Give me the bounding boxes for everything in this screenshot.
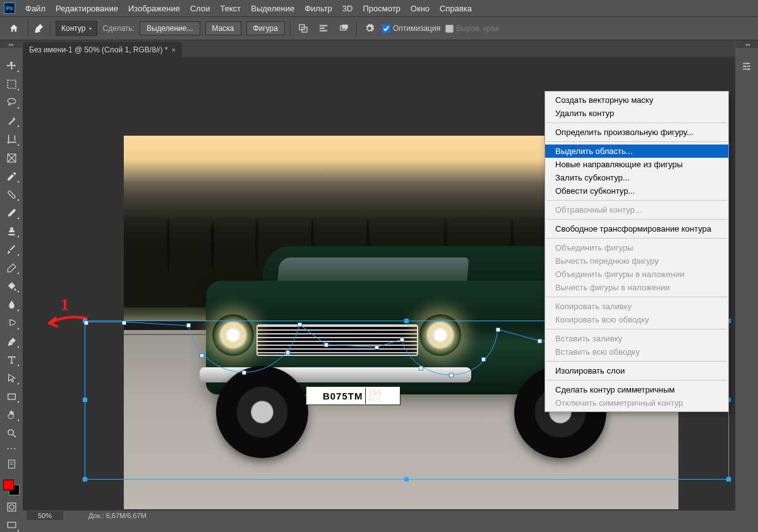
- path-anchor[interactable]: [449, 373, 454, 377]
- tool-healing[interactable]: [3, 188, 20, 201]
- document-tab[interactable]: Без имени-1 @ 50% (Слой 1, RGB/8#) * ×: [23, 42, 182, 57]
- menu-image[interactable]: Изображение: [128, 4, 180, 13]
- tool-frame[interactable]: [3, 151, 20, 165]
- context-menu-separator: [546, 380, 727, 381]
- menu-select[interactable]: Выделение: [251, 4, 294, 13]
- context-menu-item[interactable]: Сделать контур симметричным: [545, 383, 728, 396]
- tool-dodge[interactable]: [3, 317, 20, 330]
- tool-stamp[interactable]: [3, 225, 20, 238]
- menu-filter[interactable]: Фильтр: [304, 4, 332, 13]
- tool-lasso[interactable]: [3, 96, 20, 109]
- dodge-icon: [6, 318, 17, 329]
- menu-3d[interactable]: 3D: [342, 4, 353, 13]
- path-anchor[interactable]: [122, 321, 126, 325]
- svg-rect-2: [320, 25, 327, 27]
- resize-handle-w[interactable]: [83, 398, 87, 402]
- pen-mode-select[interactable]: Контур ▾: [56, 21, 97, 36]
- tool-marquee[interactable]: [3, 78, 20, 91]
- svg-rect-7: [8, 80, 16, 88]
- zoom-level-input[interactable]: 50%: [27, 511, 63, 520]
- tool-wand[interactable]: [3, 114, 20, 127]
- tool-eyedropper[interactable]: [3, 170, 20, 183]
- status-bar: 50% Док.: 6,67M/6,67M: [23, 511, 735, 521]
- make-shape-button[interactable]: Фигура: [246, 21, 285, 35]
- optimize-input[interactable]: [382, 25, 390, 33]
- stamp-icon: [6, 226, 17, 237]
- tool-blur[interactable]: [3, 298, 20, 311]
- resize-handle-n[interactable]: [404, 319, 409, 323]
- optimize-checkbox[interactable]: Оптимизация: [382, 24, 440, 33]
- make-selection-button[interactable]: Выделение...: [140, 21, 200, 35]
- path-anchor[interactable]: [496, 328, 500, 332]
- tool-type[interactable]: [3, 353, 20, 367]
- tool-gradient[interactable]: [3, 280, 20, 293]
- right-panel-toggle[interactable]: ◂◂: [736, 40, 758, 48]
- path-anchor[interactable]: [286, 350, 290, 355]
- tool-quick-mask[interactable]: [3, 500, 20, 514]
- tool-preset[interactable]: [33, 22, 45, 35]
- tool-more[interactable]: [3, 445, 20, 452]
- context-menu-item[interactable]: Новые направляющие из фигуры: [545, 158, 728, 171]
- context-menu-item: Вставить заливку: [545, 332, 728, 345]
- context-menu-item[interactable]: Удалить контур: [545, 107, 728, 120]
- path-arrange-button[interactable]: [336, 21, 351, 35]
- path-anchor[interactable]: [375, 345, 379, 350]
- tool-hand[interactable]: [3, 408, 20, 422]
- tool-rectangle[interactable]: [3, 390, 20, 403]
- context-menu-item[interactable]: Свободное трансформирование контура: [545, 222, 728, 235]
- path-anchor[interactable]: [242, 370, 246, 375]
- foreground-color[interactable]: [3, 480, 14, 490]
- menu-edit[interactable]: Редактирование: [56, 4, 118, 13]
- menu-layers[interactable]: Слои: [190, 4, 210, 13]
- path-anchor[interactable]: [481, 357, 486, 362]
- tool-brush[interactable]: [3, 206, 20, 220]
- menu-view[interactable]: Просмотр: [363, 4, 400, 13]
- tool-screen-mode[interactable]: [3, 519, 20, 532]
- properties-panel-icon[interactable]: [740, 59, 754, 73]
- context-menu-item[interactable]: Определить произвольную фигуру...: [545, 126, 728, 139]
- tool-move[interactable]: [3, 59, 20, 73]
- home-button[interactable]: [5, 20, 23, 37]
- context-menu[interactable]: Создать векторную маскуУдалить контурОпр…: [544, 91, 729, 412]
- path-anchor[interactable]: [200, 353, 204, 358]
- hand-icon: [6, 410, 17, 420]
- eraser-icon: [6, 263, 17, 273]
- tool-history-brush[interactable]: [3, 243, 20, 256]
- path-ops-button[interactable]: [296, 21, 311, 35]
- path-anchor[interactable]: [419, 366, 423, 370]
- gear-button[interactable]: [362, 21, 377, 35]
- context-menu-item[interactable]: Создать векторную маску: [545, 93, 728, 107]
- menu-window[interactable]: Окно: [411, 4, 430, 13]
- make-mask-button[interactable]: Маска: [205, 21, 241, 35]
- doc-info[interactable]: Док.: 6,67M/6,67M: [88, 512, 147, 519]
- resize-handle-s[interactable]: [404, 477, 409, 482]
- context-menu-item: Отключить симметричный контур: [545, 396, 728, 410]
- context-menu-item[interactable]: Залить субконтур...: [545, 171, 728, 184]
- menu-text[interactable]: Текст: [220, 4, 241, 13]
- context-menu-item[interactable]: Изолировать слои: [545, 364, 728, 377]
- menu-file[interactable]: Файл: [25, 4, 45, 13]
- tool-edit-toolbar[interactable]: [3, 458, 20, 471]
- context-menu-separator: [546, 297, 727, 297]
- svg-point-16: [11, 448, 12, 449]
- tool-crop[interactable]: [3, 133, 20, 146]
- context-menu-item[interactable]: Выделить область...: [545, 145, 728, 158]
- context-menu-item: Объединить фигуры: [545, 241, 728, 254]
- path-anchor[interactable]: [186, 323, 191, 328]
- path-anchor[interactable]: [538, 339, 542, 343]
- color-swatches[interactable]: [3, 480, 20, 495]
- path-align-button[interactable]: [316, 21, 331, 35]
- tool-pen[interactable]: [3, 335, 20, 348]
- close-icon[interactable]: ×: [172, 46, 176, 54]
- tool-zoom[interactable]: [3, 427, 20, 440]
- resize-handle-sw[interactable]: [83, 477, 87, 482]
- resize-handle-se[interactable]: [726, 477, 731, 482]
- menu-help[interactable]: Справка: [440, 4, 472, 13]
- path-anchor[interactable]: [400, 338, 404, 342]
- tool-eraser[interactable]: [3, 261, 20, 275]
- path-anchor[interactable]: [324, 343, 328, 347]
- path-anchor[interactable]: [298, 322, 302, 327]
- left-panel-toggle[interactable]: ▸▸: [0, 40, 22, 48]
- tool-path-select[interactable]: [3, 372, 20, 385]
- context-menu-item[interactable]: Обвести субконтур...: [545, 184, 728, 198]
